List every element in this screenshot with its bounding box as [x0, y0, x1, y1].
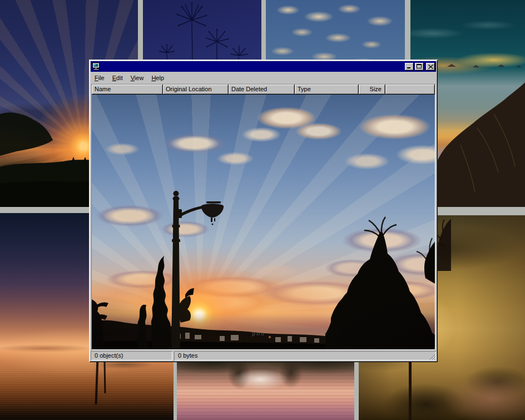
- maximize-button[interactable]: [415, 63, 424, 71]
- close-icon: [428, 65, 433, 69]
- photo-watermark: pno: [252, 330, 265, 337]
- minimize-icon: [407, 64, 412, 69]
- window-titlebar[interactable]: [91, 61, 436, 72]
- close-button[interactable]: [426, 63, 435, 71]
- resize-grip[interactable]: [428, 353, 435, 360]
- menu-file[interactable]: File: [91, 73, 108, 83]
- tree-cluster-silhouette: [325, 217, 435, 349]
- maximize-icon: [417, 64, 422, 69]
- column-header-date-deleted[interactable]: Date Deleted: [229, 85, 295, 95]
- desktop-background: { "desktop": { "gap_color": "#b3b6b1", "…: [0, 0, 525, 420]
- status-bar: 0 object(s) 0 bytes: [91, 351, 436, 360]
- menu-edit[interactable]: Edit: [108, 73, 127, 83]
- photo-silhouettes: [92, 95, 435, 349]
- recycle-bin-window: FileEditViewHelp NameOriginal LocationDa…: [89, 60, 438, 362]
- menu-help[interactable]: Help: [147, 73, 168, 83]
- column-header-original-location[interactable]: Original Location: [163, 85, 229, 95]
- menu-view[interactable]: View: [127, 73, 148, 83]
- bokeh-pole: [409, 359, 412, 420]
- sun-bushes-silhouette: [177, 288, 194, 323]
- menu-bar: FileEditViewHelp: [91, 73, 436, 83]
- column-header-type[interactable]: Type: [295, 85, 359, 95]
- status-bytes-panel: 0 bytes: [174, 351, 436, 360]
- status-objects: 0 object(s): [91, 351, 172, 360]
- minimize-button[interactable]: [405, 63, 414, 71]
- list-view-frame: NameOriginal LocationDate DeletedTypeSiz…: [91, 84, 435, 350]
- column-header-size[interactable]: Size: [359, 85, 385, 95]
- lamp-post-silhouette: [171, 191, 224, 349]
- status-bytes: 0 bytes: [178, 352, 197, 359]
- computer-icon: [92, 62, 101, 71]
- column-header-blank[interactable]: [385, 85, 435, 95]
- file-list-area[interactable]: pno: [92, 95, 435, 349]
- column-headers: NameOriginal LocationDate DeletedTypeSiz…: [92, 85, 435, 95]
- column-header-name[interactable]: Name: [92, 85, 163, 95]
